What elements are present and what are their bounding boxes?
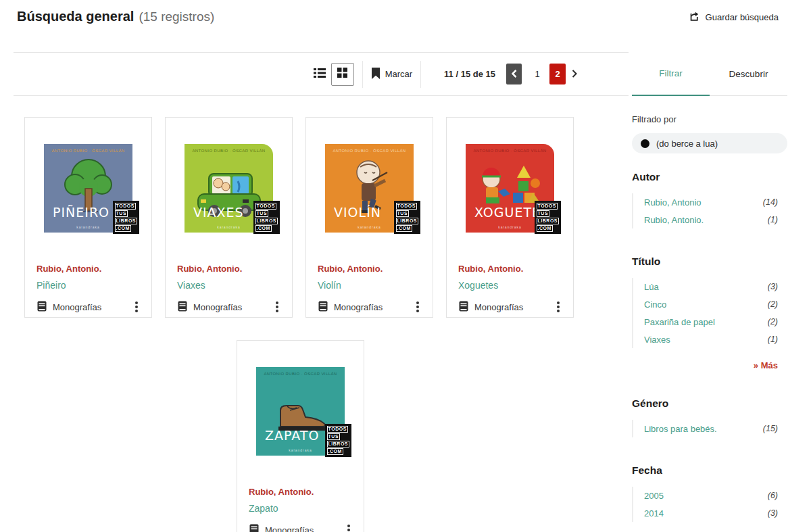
facet-item: Rubio, Antonio(14) — [644, 193, 778, 211]
book-icon — [318, 301, 328, 314]
results-toolbar: Marcar 11 / 15 de 15 12 — [14, 52, 629, 96]
book-cover[interactable]: ANTONIO RUBIO · ÓSCAR VILLÁN PIÑEIRO kal… — [44, 144, 132, 233]
book-cover[interactable]: ANTONIO RUBIO · ÓSCAR VILLÁN ZAPATO kala… — [256, 367, 345, 456]
record-type: Monografías — [458, 301, 523, 314]
card-footer: Monografías — [166, 297, 292, 316]
cover-title-text: ZAPATO — [265, 428, 319, 443]
book-icon — [249, 524, 260, 532]
grid-view-icon — [337, 68, 347, 80]
record-type-label: Monografías — [334, 302, 383, 312]
facet-count: (3) — [768, 282, 778, 291]
record-type: Monografías — [318, 301, 383, 314]
card-menu-button[interactable] — [553, 299, 564, 315]
facet-link[interactable]: Rubio, Antonio — [644, 197, 702, 208]
card-title-link[interactable]: Piñeiro — [36, 280, 140, 291]
facet-sections: Autor Rubio, Antonio(14)Rubio, Antonio.(… — [632, 171, 787, 522]
facet-count: (14) — [763, 197, 778, 207]
todostuslibros-watermark: TODOSTUSLIBROS.COM — [325, 424, 351, 457]
result-card: ANTONIO RUBIO · ÓSCAR VILLÁN VIOLÍN kala… — [305, 117, 433, 318]
card-menu-button[interactable] — [131, 299, 142, 315]
cover-zone: ANTONIO RUBIO · ÓSCAR VILLÁN ZAPATO kala… — [237, 341, 364, 456]
record-type-label: Monografías — [193, 302, 242, 312]
record-type-label: Monografías — [474, 302, 523, 312]
record-type-label: Monografías — [53, 302, 101, 312]
card-title-link[interactable]: Viaxes — [177, 280, 280, 291]
book-cover[interactable]: ANTONIO RUBIO · ÓSCAR VILLÁN XOGUETES ka… — [466, 144, 554, 233]
card-menu-button[interactable] — [343, 522, 354, 532]
todostuslibros-watermark: TODOSTUSLIBROS.COM — [535, 201, 561, 234]
next-page-button[interactable] — [568, 64, 581, 84]
cover-authors-text: ANTONIO RUBIO · ÓSCAR VILLÁN — [256, 372, 345, 376]
facet-link[interactable]: 2005 — [644, 491, 664, 501]
result-count: (15 registros) — [139, 9, 214, 24]
facet-more-link[interactable]: » Más — [632, 360, 787, 370]
card-title-link[interactable]: Violín — [318, 280, 421, 291]
book-cover[interactable]: ANTONIO RUBIO · ÓSCAR VILLÁN VIOLÍN kala… — [325, 144, 414, 233]
active-filter-chip[interactable]: (do berce a lua) — [632, 133, 787, 153]
pagination: 12 — [527, 64, 568, 84]
list-view-button[interactable] — [308, 63, 331, 86]
facet-link[interactable]: Cinco — [644, 299, 666, 310]
card-author-link[interactable]: Rubio, Antonio. — [249, 487, 352, 497]
cover-authors-text: ANTONIO RUBIO · ÓSCAR VILLÁN — [44, 149, 132, 153]
cover-zone: ANTONIO RUBIO · ÓSCAR VILLÁN VIAXES kala… — [166, 118, 292, 233]
toolbar-divider — [362, 61, 363, 88]
prev-page-button[interactable] — [506, 64, 522, 84]
grid-view-button[interactable] — [331, 63, 354, 86]
facet-item: 2005(6) — [644, 487, 778, 504]
page-title: Búsqueda general — [17, 9, 134, 24]
card-footer: Monografías — [25, 297, 151, 316]
mark-label: Marcar — [385, 69, 412, 79]
facet-count: (1) — [768, 215, 778, 224]
facet-link[interactable]: Paxariña de papel — [644, 317, 715, 327]
save-search-label: Guardar búsqueda — [706, 12, 779, 22]
facet-link[interactable]: Rubio, Antonio. — [644, 215, 704, 225]
card-menu-button[interactable] — [412, 299, 423, 315]
facet-list: Libros para bebés.(15) — [632, 420, 787, 437]
facet-title: Autor — [632, 171, 787, 183]
facet-count: (1) — [768, 335, 778, 344]
facet-link[interactable]: Libros para bebés. — [644, 424, 717, 434]
todostuslibros-watermark: TODOSTUSLIBROS.COM — [394, 201, 420, 234]
cover-title-text: VIOLÍN — [334, 205, 381, 220]
mark-button[interactable]: Marcar — [371, 68, 412, 81]
card-footer: Monografías — [237, 521, 364, 532]
save-search-button[interactable]: Guardar búsqueda — [689, 10, 779, 24]
result-card: ANTONIO RUBIO · ÓSCAR VILLÁN ZAPATO kala… — [237, 340, 364, 532]
page-button-2[interactable]: 2 — [549, 64, 566, 84]
card-author-link[interactable]: Rubio, Antonio. — [36, 264, 140, 274]
cover-authors-text: ANTONIO RUBIO · ÓSCAR VILLÁN — [325, 149, 414, 153]
facet-item: Libros para bebés.(15) — [644, 420, 778, 437]
book-cover[interactable]: ANTONIO RUBIO · ÓSCAR VILLÁN VIAXES kala… — [185, 144, 273, 233]
result-card: ANTONIO RUBIO · ÓSCAR VILLÁN PIÑEIRO kal… — [24, 117, 152, 318]
tab-descubrir[interactable]: Descubrir — [710, 52, 787, 96]
tab-filtrar[interactable]: Filtrar — [632, 52, 710, 96]
active-filter-label: (do berce a lua) — [656, 139, 718, 149]
page-button-1[interactable]: 1 — [529, 64, 545, 84]
facet-item: Paxariña de papel(2) — [644, 313, 778, 331]
card-menu-button[interactable] — [272, 299, 282, 315]
facet-link[interactable]: 2014 — [644, 508, 664, 518]
facet-count: (2) — [768, 299, 778, 309]
facet-link[interactable]: Viaxes — [644, 335, 670, 345]
cover-authors-text: ANTONIO RUBIO · ÓSCAR VILLÁN — [466, 149, 554, 153]
toolbar-divider — [420, 61, 421, 88]
page-title-wrap: Búsqueda general(15 registros) — [17, 9, 214, 24]
card-title-link[interactable]: Zapato — [249, 503, 352, 514]
chevron-right-icon — [572, 68, 577, 80]
filter-sidebar: FiltrarDescubrir Filtrado por (do berce … — [632, 52, 787, 532]
filter-dot-icon — [641, 139, 649, 148]
record-type: Monografías — [36, 301, 101, 314]
card-title-link[interactable]: Xoguetes — [458, 280, 562, 291]
card-author-link[interactable]: Rubio, Antonio. — [177, 264, 280, 274]
card-author-link[interactable]: Rubio, Antonio. — [318, 264, 421, 274]
facet-link[interactable]: Lúa — [644, 282, 659, 292]
facet-list: 2005(6)2014(3) — [632, 487, 787, 522]
facet-section: Título Lúa(3)Cinco(2)Paxariña de papel(2… — [632, 256, 787, 370]
facet-list: Lúa(3)Cinco(2)Paxariña de papel(2)Viaxes… — [632, 278, 787, 348]
results-row-1: ANTONIO RUBIO · ÓSCAR VILLÁN PIÑEIRO kal… — [24, 117, 629, 318]
cover-zone: ANTONIO RUBIO · ÓSCAR VILLÁN XOGUETES ka… — [447, 118, 573, 233]
sidebar-tabs: FiltrarDescubrir — [632, 52, 787, 96]
facet-section: Autor Rubio, Antonio(14)Rubio, Antonio.(… — [632, 171, 787, 228]
card-author-link[interactable]: Rubio, Antonio. — [458, 264, 562, 274]
